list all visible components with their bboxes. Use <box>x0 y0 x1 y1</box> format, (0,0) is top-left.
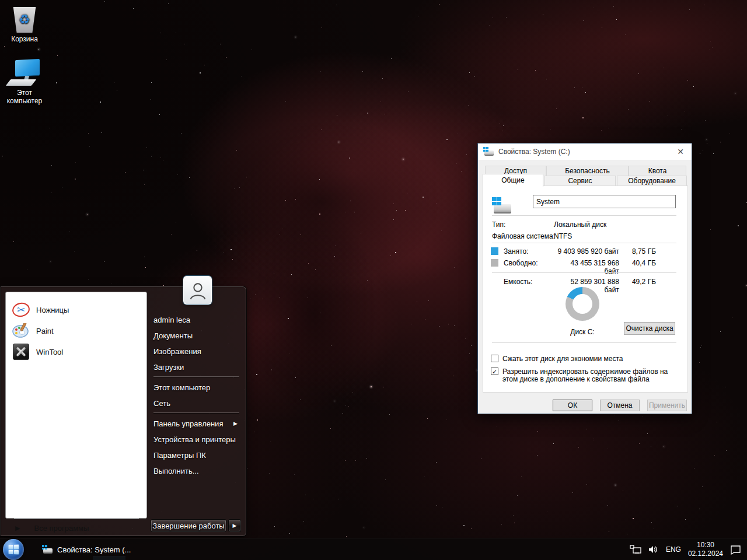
divider <box>153 412 239 413</box>
network-icon[interactable] <box>630 545 641 554</box>
menu-item-paint[interactable]: Paint <box>12 320 141 341</box>
divider <box>492 272 676 273</box>
menu-item-downloads[interactable]: Загрузки <box>153 360 241 373</box>
computer-icon <box>7 58 42 86</box>
disk-usage-donut-chart <box>566 287 599 321</box>
divider <box>492 342 676 343</box>
free-label: Свободно: <box>504 259 538 267</box>
start-menu: ✂ Ножницы Paint WinTo <box>0 276 247 537</box>
divider <box>492 243 676 243</box>
drive-icon <box>42 545 53 554</box>
taskbar-clock[interactable]: 10:30 02.12.2024 <box>688 541 723 558</box>
cancel-button[interactable]: Отмена <box>600 400 640 411</box>
compress-checkbox[interactable] <box>491 355 498 362</box>
tab-quota[interactable]: Квота <box>629 166 686 176</box>
wrench-tool-icon <box>12 342 30 361</box>
volume-icon[interactable] <box>648 545 659 554</box>
submenu-arrow-icon: ▶ <box>233 421 238 426</box>
shutdown-button[interactable]: Завершение работы <box>151 519 226 532</box>
desktop-icon-label: Этот компьютер <box>0 89 49 105</box>
windows-flag-icon <box>9 545 19 555</box>
menu-item-network[interactable]: Сеть <box>153 397 241 410</box>
person-icon <box>186 279 210 302</box>
free-legend-swatch <box>491 259 498 267</box>
menu-item-pc-settings[interactable]: Параметры ПК <box>153 449 241 461</box>
ok-button[interactable]: ОК <box>553 400 592 411</box>
shutdown-options-arrow[interactable]: ▶ <box>228 519 241 532</box>
index-checkbox-label: Разрешить индексировать содержимое файло… <box>502 368 679 383</box>
menu-item-user[interactable]: admin leca <box>153 313 241 326</box>
used-size: 8,75 ГБ <box>620 247 656 256</box>
used-label: Занято: <box>504 247 528 256</box>
close-icon[interactable]: ✕ <box>671 144 690 159</box>
drive-icon-large <box>492 197 512 215</box>
taskbar-app-properties[interactable]: Свойства: System (... <box>36 538 137 560</box>
apply-button[interactable]: Применить <box>647 400 687 411</box>
compress-checkbox-label: Сжать этот диск для экономии места <box>502 355 679 363</box>
filesystem-label: Файловая система: <box>492 232 555 240</box>
menu-item-pictures[interactable]: Изображения <box>153 345 241 358</box>
menu-item-snipping-tool[interactable]: ✂ Ножницы <box>12 299 141 320</box>
clock-time: 10:30 <box>697 541 714 549</box>
divider <box>14 519 139 519</box>
system-tray: ENG 10:30 02.12.2024 <box>630 538 747 560</box>
tab-security[interactable]: Безопасность <box>546 166 629 176</box>
menu-item-devices-printers[interactable]: Устройства и принтеры <box>153 433 241 446</box>
right-arrow-icon: ▶ <box>233 523 237 528</box>
taskbar: Свойства: System (... ENG 10:30 <box>0 538 747 560</box>
disk-properties-dialog: Свойства: System (C:) ✕ Доступ Безопасно… <box>477 143 692 414</box>
dialog-title: Свойства: System (C:) <box>498 148 570 156</box>
start-menu-programs-panel: ✂ Ножницы Paint WinTo <box>5 292 147 519</box>
menu-item-run[interactable]: Выполнить... <box>153 464 241 477</box>
menu-item-this-pc[interactable]: Этот компьютер <box>153 381 241 394</box>
tab-general[interactable]: Общие <box>483 174 543 187</box>
user-avatar[interactable] <box>183 276 212 304</box>
scissors-icon: ✂ <box>12 300 30 319</box>
filesystem-value: NTFS <box>554 232 572 240</box>
desktop-icon-recycle-bin[interactable]: ♻ Корзина <box>0 5 49 43</box>
desktop-icon-label: Корзина <box>0 35 49 43</box>
tab-hardware[interactable]: Оборудование <box>617 176 687 186</box>
disk-caption: Диск C: <box>548 328 617 336</box>
action-center-icon[interactable] <box>730 545 741 555</box>
all-programs-button[interactable]: ▶ Все программы <box>6 521 148 535</box>
type-label: Тип: <box>492 220 505 229</box>
free-size: 40,4 ГБ <box>620 259 656 267</box>
desktop-icon-this-pc[interactable]: Этот компьютер <box>0 58 49 105</box>
divider <box>153 376 239 377</box>
paint-palette-icon <box>12 321 30 340</box>
right-arrow-icon: ▶ <box>15 524 20 532</box>
disk-cleanup-button[interactable]: Очистка диска <box>624 322 675 335</box>
recycle-bin-icon: ♻ <box>12 7 37 33</box>
index-checkbox[interactable]: ✓ <box>491 368 498 375</box>
dialog-titlebar: Свойства: System (C:) ✕ <box>478 144 692 160</box>
used-legend-swatch <box>491 247 498 255</box>
used-bytes: 9 403 985 920 байт <box>554 247 619 256</box>
drive-icon <box>483 147 494 156</box>
menu-item-wintool[interactable]: WinTool <box>12 341 141 362</box>
divider <box>492 215 676 216</box>
language-indicator[interactable]: ENG <box>666 545 681 554</box>
type-value: Локальный диск <box>554 220 606 229</box>
volume-name-input[interactable] <box>533 195 676 208</box>
clock-date: 02.12.2024 <box>688 550 723 558</box>
menu-item-control-panel[interactable]: Панель управления ▶ <box>153 417 241 430</box>
taskbar-app-label: Свойства: System (... <box>57 545 131 554</box>
start-button[interactable] <box>3 539 24 560</box>
capacity-label: Емкость: <box>504 278 532 286</box>
capacity-size: 49,2 ГБ <box>620 278 656 286</box>
desktop: ♻ Корзина Этот компьютер ✂ Ножницы <box>0 0 747 560</box>
menu-item-documents[interactable]: Документы <box>153 329 241 342</box>
tab-tools[interactable]: Сервис <box>544 176 616 186</box>
